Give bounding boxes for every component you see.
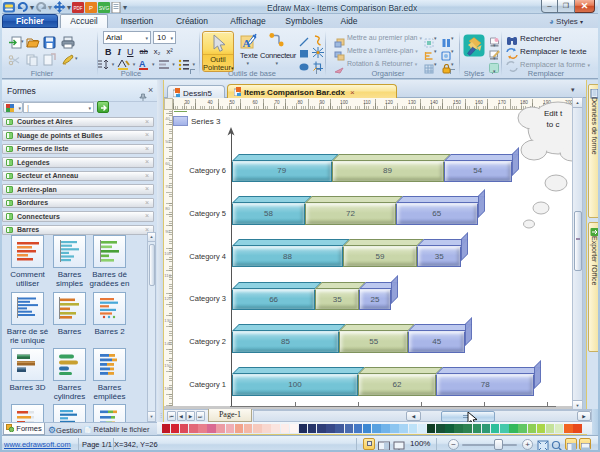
- svg-text:PDF: PDF: [74, 6, 83, 11]
- svg-text:SVG: SVG: [99, 5, 110, 11]
- svg-text:A: A: [139, 59, 146, 69]
- svg-text:P: P: [89, 5, 93, 11]
